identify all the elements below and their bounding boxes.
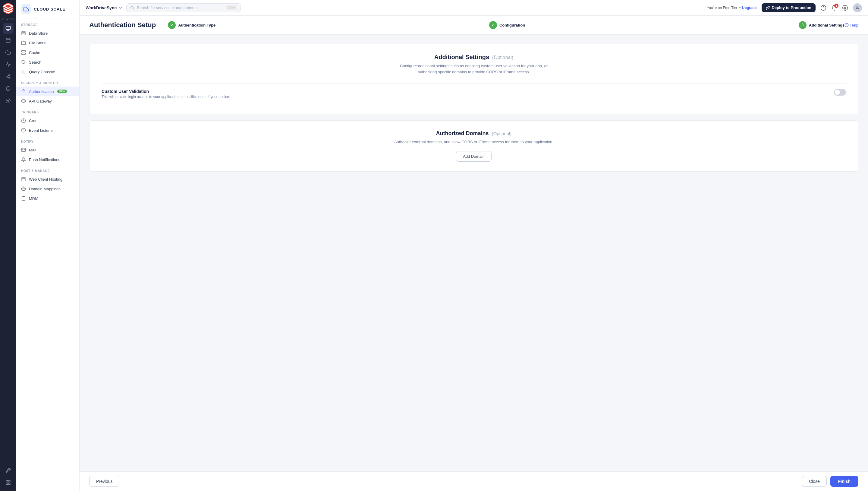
app-logo[interactable] xyxy=(3,3,13,14)
search-label: Search xyxy=(29,60,41,64)
workspace-name[interactable]: WorkDriveSync xyxy=(86,5,123,10)
security-section-label: SECURITY & IDENTITY xyxy=(16,77,79,87)
nav-tools[interactable] xyxy=(3,465,13,476)
services-label: Services xyxy=(1,18,16,21)
sidebar-item-data-store[interactable]: Data Store xyxy=(16,28,79,38)
sidebar-item-api-gateway[interactable]: API Gateway xyxy=(16,96,79,106)
cache-label: Cache xyxy=(29,50,40,55)
sidebar-item-authentication[interactable]: Authentication NEW xyxy=(16,87,79,96)
svg-rect-0 xyxy=(6,26,10,30)
sidebar-logo xyxy=(21,4,31,14)
svg-point-4 xyxy=(9,78,10,79)
custom-validation-name: Custom User Validation xyxy=(101,89,834,94)
sidebar-item-domain-mappings[interactable]: Domain Mappings xyxy=(16,184,79,194)
step-2-label: Configuration xyxy=(499,23,525,27)
search-icon xyxy=(130,6,134,10)
search-placeholder: Search for services or components xyxy=(137,5,197,10)
help-label: Help xyxy=(850,23,858,27)
cron-label: Cron xyxy=(29,118,37,123)
notification-badge: 1 xyxy=(834,4,838,8)
mail-label: Mail xyxy=(29,148,36,152)
topbar-right: You're on Free Tier + Upgrade Deploy to … xyxy=(707,3,862,12)
mdm-label: MDM xyxy=(29,196,38,201)
sidebar-section-notify: NOTIFY Mail Push Notifications xyxy=(16,135,79,164)
sidebar-section-security: SECURITY & IDENTITY Authentication NEW A… xyxy=(16,77,79,106)
upgrade-btn[interactable]: + Upgrade xyxy=(739,6,757,10)
additional-settings-title: Additional Settings xyxy=(434,54,489,60)
rocket-icon xyxy=(766,6,770,10)
user-avatar[interactable] xyxy=(853,3,862,12)
additional-settings-header: Additional Settings (Optional) Configure… xyxy=(101,54,846,75)
svg-line-20 xyxy=(24,63,25,64)
web-client-hosting-label: Web Client Hosting xyxy=(29,177,62,181)
svg-point-2 xyxy=(9,75,10,76)
nav-settings2[interactable] xyxy=(3,95,13,106)
step-1-circle xyxy=(168,21,176,29)
step-1: Authentication Type xyxy=(168,21,216,29)
nav-database[interactable] xyxy=(3,35,13,46)
notifications-btn[interactable]: 1 xyxy=(831,5,837,11)
sidebar-item-push-notifications[interactable]: Push Notifications xyxy=(16,155,79,164)
event-listener-label: Event Listener xyxy=(29,128,54,133)
authentication-label: Authentication xyxy=(29,89,54,94)
sidebar-item-query-console[interactable]: Query Console xyxy=(16,67,79,77)
sidebar-item-cache[interactable]: Cache xyxy=(16,48,79,57)
add-domain-button[interactable]: Add Domain xyxy=(456,151,492,162)
step-3: 3 Additional Settings xyxy=(799,21,844,29)
additional-settings-optional: (Optional) xyxy=(492,55,513,60)
triggers-section-label: TRIGGERS xyxy=(16,106,79,116)
step-2: Configuration xyxy=(489,21,525,29)
bottom-bar-right: Close Finish xyxy=(802,476,858,487)
query-console-label: Query Console xyxy=(29,70,55,74)
svg-rect-16 xyxy=(22,53,25,54)
svg-rect-32 xyxy=(22,196,25,200)
storage-section-label: STORAGE xyxy=(16,19,79,28)
sidebar-item-event-listener[interactable]: Event Listener xyxy=(16,125,79,135)
svg-line-35 xyxy=(133,8,134,9)
svg-point-19 xyxy=(22,60,25,64)
topbar: WorkDriveSync Search for services or com… xyxy=(80,0,868,16)
data-store-label: Data Store xyxy=(29,31,48,36)
svg-rect-15 xyxy=(22,50,25,52)
svg-rect-9 xyxy=(9,481,10,482)
main-area: WorkDriveSync Search for services or com… xyxy=(80,0,868,491)
svg-point-22 xyxy=(23,90,24,91)
svg-point-38 xyxy=(844,7,846,8)
stepper: Authentication Type Configuration 3 Addi… xyxy=(168,21,844,29)
nav-analytics[interactable] xyxy=(3,59,13,70)
page-title: Authentication Setup xyxy=(89,21,156,29)
help-button[interactable]: Help xyxy=(844,23,858,27)
nav-security[interactable] xyxy=(3,83,13,94)
settings-btn[interactable] xyxy=(842,5,848,11)
step-2-circle xyxy=(489,21,497,29)
nav-grid[interactable] xyxy=(3,477,13,488)
sidebar-item-mail[interactable]: Mail xyxy=(16,145,79,155)
custom-validation-info: Custom User Validation This will provide… xyxy=(101,89,834,99)
additional-settings-body: Additional Settings (Optional) Configure… xyxy=(90,44,858,114)
help-icon-btn[interactable] xyxy=(820,5,827,11)
search-bar[interactable]: Search for services or components ⌘+K xyxy=(126,3,241,12)
previous-button[interactable]: Previous xyxy=(89,476,119,487)
nav-integrations[interactable] xyxy=(3,71,13,82)
custom-validation-desc: This will provide login access to your a… xyxy=(101,95,834,99)
sidebar-title: CLOUD SCALE xyxy=(34,7,65,11)
svg-point-39 xyxy=(857,6,858,7)
svg-line-5 xyxy=(7,77,9,78)
sidebar-item-mdm[interactable]: MDM xyxy=(16,194,79,203)
nav-cloud[interactable] xyxy=(3,47,13,58)
authorized-domains-optional: (Optional) xyxy=(492,131,512,136)
notify-section-label: NOTIFY xyxy=(16,135,79,145)
step-connector-2 xyxy=(529,25,795,25)
close-button[interactable]: Close xyxy=(802,476,827,487)
custom-validation-toggle[interactable] xyxy=(834,89,846,96)
additional-settings-card: Additional Settings (Optional) Configure… xyxy=(89,44,858,114)
sidebar-item-web-client-hosting[interactable]: Web Client Hosting xyxy=(16,174,79,184)
tier-text: You're on Free Tier + Upgrade xyxy=(707,6,756,10)
deploy-button[interactable]: Deploy to Production xyxy=(762,3,815,12)
sidebar-header: CLOUD SCALE xyxy=(16,0,79,19)
finish-button[interactable]: Finish xyxy=(830,476,858,487)
sidebar-item-file-store[interactable]: File Store xyxy=(16,38,79,48)
nav-services[interactable] xyxy=(3,23,13,34)
sidebar-item-cron[interactable]: Cron xyxy=(16,116,79,125)
sidebar-item-search[interactable]: Search xyxy=(16,57,79,67)
